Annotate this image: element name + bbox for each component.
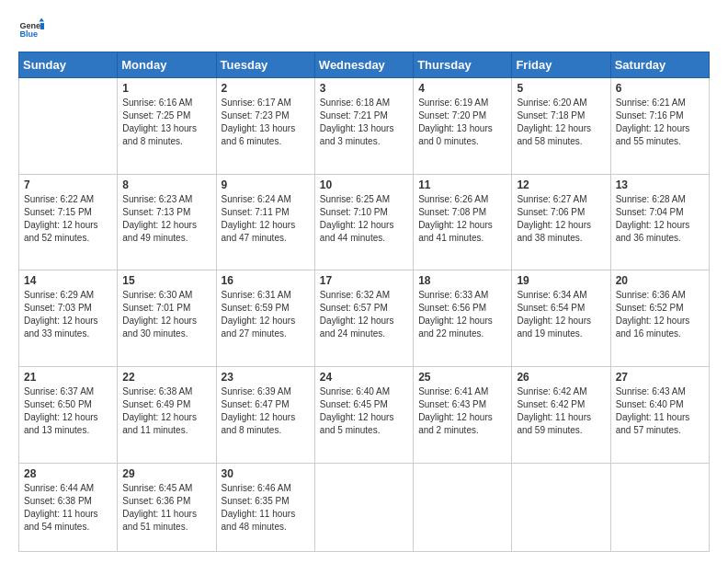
calendar-day-cell: 8Sunrise: 6:23 AMSunset: 7:13 PMDaylight… <box>118 174 216 270</box>
calendar-day-cell: 2Sunrise: 6:17 AMSunset: 7:23 PMDaylight… <box>216 78 314 175</box>
calendar-body: 1Sunrise: 6:16 AMSunset: 7:25 PMDaylight… <box>19 78 710 552</box>
day-number: 30 <box>222 467 310 480</box>
day-number: 6 <box>616 82 704 95</box>
calendar-day-cell: 24Sunrise: 6:40 AMSunset: 6:45 PMDayligh… <box>314 366 413 463</box>
day-number: 17 <box>320 274 408 287</box>
day-number: 28 <box>24 467 112 480</box>
day-info: Sunrise: 6:19 AMSunset: 7:20 PMDaylight:… <box>418 97 506 148</box>
calendar-week-row: 1Sunrise: 6:16 AMSunset: 7:25 PMDaylight… <box>19 78 710 175</box>
calendar-day-cell <box>314 463 413 551</box>
day-number: 10 <box>320 178 408 191</box>
calendar-day-cell: 15Sunrise: 6:30 AMSunset: 7:01 PMDayligh… <box>118 270 216 367</box>
day-number: 18 <box>418 274 506 287</box>
calendar-day-cell: 21Sunrise: 6:37 AMSunset: 6:50 PMDayligh… <box>19 366 118 463</box>
calendar-day-cell: 20Sunrise: 6:36 AMSunset: 6:52 PMDayligh… <box>610 270 709 367</box>
day-number: 12 <box>517 178 605 191</box>
day-number: 5 <box>517 82 605 95</box>
calendar-day-cell: 13Sunrise: 6:28 AMSunset: 7:04 PMDayligh… <box>610 174 709 270</box>
calendar-week-row: 7Sunrise: 6:22 AMSunset: 7:15 PMDaylight… <box>19 174 710 270</box>
day-info: Sunrise: 6:23 AMSunset: 7:13 PMDaylight:… <box>122 193 210 245</box>
weekday-header: Tuesday <box>216 52 314 78</box>
calendar-day-cell: 14Sunrise: 6:29 AMSunset: 7:03 PMDayligh… <box>19 270 118 367</box>
day-info: Sunrise: 6:36 AMSunset: 6:52 PMDaylight:… <box>616 289 704 340</box>
day-info: Sunrise: 6:21 AMSunset: 7:16 PMDaylight:… <box>616 97 704 148</box>
logo: General Blue <box>18 17 46 42</box>
day-info: Sunrise: 6:45 AMSunset: 6:36 PMDaylight:… <box>122 482 210 534</box>
day-info: Sunrise: 6:29 AMSunset: 7:03 PMDaylight:… <box>24 289 112 340</box>
page: General Blue SundayMondayTuesdayWednesda… <box>0 0 728 563</box>
calendar-day-cell: 3Sunrise: 6:18 AMSunset: 7:21 PMDaylight… <box>314 78 413 175</box>
calendar-day-cell: 23Sunrise: 6:39 AMSunset: 6:47 PMDayligh… <box>216 366 314 463</box>
svg-text:Blue: Blue <box>19 29 38 39</box>
day-info: Sunrise: 6:40 AMSunset: 6:45 PMDaylight:… <box>320 385 408 437</box>
day-number: 25 <box>418 371 506 384</box>
day-info: Sunrise: 6:28 AMSunset: 7:04 PMDaylight:… <box>616 193 704 245</box>
day-info: Sunrise: 6:43 AMSunset: 6:40 PMDaylight:… <box>616 385 704 437</box>
calendar-week-row: 21Sunrise: 6:37 AMSunset: 6:50 PMDayligh… <box>19 366 710 463</box>
day-number: 4 <box>418 82 506 95</box>
day-number: 8 <box>122 178 210 191</box>
day-number: 20 <box>616 274 704 287</box>
day-info: Sunrise: 6:38 AMSunset: 6:49 PMDaylight:… <box>122 385 210 437</box>
day-info: Sunrise: 6:37 AMSunset: 6:50 PMDaylight:… <box>24 385 112 437</box>
logo-icon: General Blue <box>18 17 44 42</box>
calendar-day-cell: 29Sunrise: 6:45 AMSunset: 6:36 PMDayligh… <box>118 463 216 551</box>
day-number: 9 <box>222 178 310 191</box>
day-info: Sunrise: 6:16 AMSunset: 7:25 PMDaylight:… <box>122 97 210 148</box>
day-info: Sunrise: 6:30 AMSunset: 7:01 PMDaylight:… <box>122 289 210 340</box>
day-number: 22 <box>122 371 210 384</box>
day-number: 19 <box>517 274 605 287</box>
day-info: Sunrise: 6:32 AMSunset: 6:57 PMDaylight:… <box>320 289 408 340</box>
day-info: Sunrise: 6:27 AMSunset: 7:06 PMDaylight:… <box>517 193 605 245</box>
day-number: 1 <box>122 82 210 95</box>
day-number: 21 <box>24 371 112 384</box>
day-number: 29 <box>122 467 210 480</box>
day-info: Sunrise: 6:25 AMSunset: 7:10 PMDaylight:… <box>320 193 408 245</box>
calendar-day-cell: 19Sunrise: 6:34 AMSunset: 6:54 PMDayligh… <box>512 270 610 367</box>
day-info: Sunrise: 6:31 AMSunset: 6:59 PMDaylight:… <box>222 289 310 340</box>
day-info: Sunrise: 6:17 AMSunset: 7:23 PMDaylight:… <box>222 97 310 148</box>
weekday-header: Monday <box>118 52 216 78</box>
svg-marker-3 <box>40 23 44 29</box>
day-info: Sunrise: 6:33 AMSunset: 6:56 PMDaylight:… <box>418 289 506 340</box>
day-number: 16 <box>222 274 310 287</box>
day-number: 13 <box>616 178 704 191</box>
calendar-day-cell <box>414 463 512 551</box>
day-info: Sunrise: 6:18 AMSunset: 7:21 PMDaylight:… <box>320 97 408 148</box>
day-info: Sunrise: 6:24 AMSunset: 7:11 PMDaylight:… <box>222 193 310 245</box>
day-info: Sunrise: 6:41 AMSunset: 6:43 PMDaylight:… <box>418 385 506 437</box>
day-number: 15 <box>122 274 210 287</box>
day-info: Sunrise: 6:44 AMSunset: 6:38 PMDaylight:… <box>24 482 112 534</box>
calendar-day-cell: 5Sunrise: 6:20 AMSunset: 7:18 PMDaylight… <box>512 78 610 175</box>
header: General Blue <box>18 17 710 42</box>
day-number: 2 <box>222 82 310 95</box>
calendar-day-cell: 22Sunrise: 6:38 AMSunset: 6:49 PMDayligh… <box>118 366 216 463</box>
day-number: 3 <box>320 82 408 95</box>
day-info: Sunrise: 6:39 AMSunset: 6:47 PMDaylight:… <box>222 385 310 437</box>
calendar-day-cell: 25Sunrise: 6:41 AMSunset: 6:43 PMDayligh… <box>414 366 512 463</box>
calendar-table: SundayMondayTuesdayWednesdayThursdayFrid… <box>18 52 710 552</box>
calendar-day-cell: 11Sunrise: 6:26 AMSunset: 7:08 PMDayligh… <box>414 174 512 270</box>
calendar-day-cell <box>19 78 118 175</box>
calendar-week-row: 28Sunrise: 6:44 AMSunset: 6:38 PMDayligh… <box>19 463 710 551</box>
day-info: Sunrise: 6:42 AMSunset: 6:42 PMDaylight:… <box>517 385 605 437</box>
day-number: 14 <box>24 274 112 287</box>
day-number: 7 <box>24 178 112 191</box>
day-number: 23 <box>222 371 310 384</box>
calendar-day-cell: 18Sunrise: 6:33 AMSunset: 6:56 PMDayligh… <box>414 270 512 367</box>
day-number: 27 <box>616 371 704 384</box>
calendar-day-cell: 10Sunrise: 6:25 AMSunset: 7:10 PMDayligh… <box>314 174 413 270</box>
weekday-header: Sunday <box>19 52 118 78</box>
day-info: Sunrise: 6:26 AMSunset: 7:08 PMDaylight:… <box>418 193 506 245</box>
calendar-day-cell: 1Sunrise: 6:16 AMSunset: 7:25 PMDaylight… <box>118 78 216 175</box>
day-number: 26 <box>517 371 605 384</box>
calendar-day-cell: 9Sunrise: 6:24 AMSunset: 7:11 PMDaylight… <box>216 174 314 270</box>
day-info: Sunrise: 6:46 AMSunset: 6:35 PMDaylight:… <box>222 482 310 534</box>
calendar-header: SundayMondayTuesdayWednesdayThursdayFrid… <box>19 52 710 78</box>
calendar-day-cell: 7Sunrise: 6:22 AMSunset: 7:15 PMDaylight… <box>19 174 118 270</box>
calendar-day-cell: 12Sunrise: 6:27 AMSunset: 7:06 PMDayligh… <box>512 174 610 270</box>
calendar-day-cell: 26Sunrise: 6:42 AMSunset: 6:42 PMDayligh… <box>512 366 610 463</box>
calendar-day-cell: 16Sunrise: 6:31 AMSunset: 6:59 PMDayligh… <box>216 270 314 367</box>
day-info: Sunrise: 6:20 AMSunset: 7:18 PMDaylight:… <box>517 97 605 148</box>
weekday-header: Saturday <box>610 52 709 78</box>
